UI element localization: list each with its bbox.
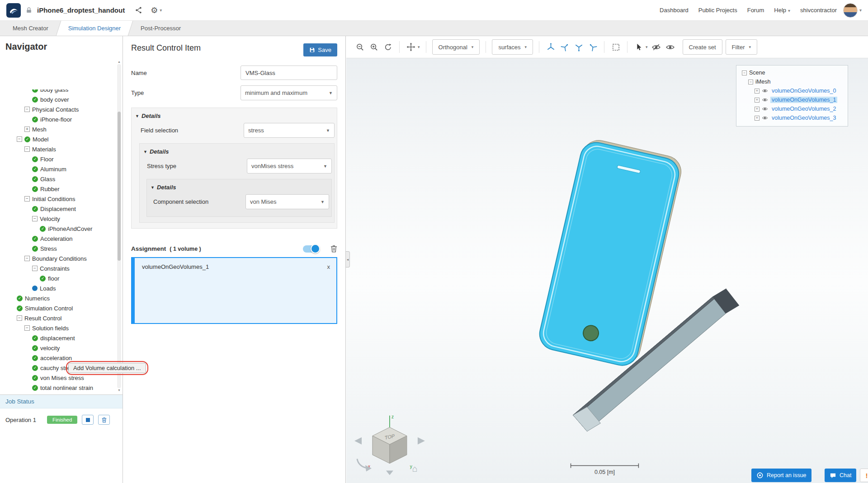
simscale-logo-icon[interactable]	[6, 3, 21, 18]
expander-minus-icon[interactable]: −	[24, 146, 30, 152]
navigator-item-numerics[interactable]: ✓Numerics	[0, 293, 115, 303]
navigator-item-result-control[interactable]: −Result Control	[0, 313, 115, 323]
navigator-item-aluminum[interactable]: ✓Aluminum	[0, 164, 115, 174]
visibility-eye-icon[interactable]	[762, 115, 768, 121]
navigator-item-body-glass[interactable]: ✓body glass	[0, 89, 115, 94]
expander-minus-icon[interactable]: −	[24, 107, 30, 112]
delete-assignment-button[interactable]	[330, 245, 337, 253]
projection-mode-dropdown[interactable]: Orthogonal ▾	[432, 39, 480, 55]
navigator-item-floor[interactable]: ✓floor	[0, 273, 115, 283]
scene-tree-root[interactable]: − Scene	[738, 68, 846, 77]
nav-forum-link[interactable]: Forum	[747, 7, 764, 14]
navigator-item-materials[interactable]: −Materials	[0, 144, 115, 154]
pan-move-tool-icon[interactable]	[406, 42, 416, 52]
navigator-item-total-nonlinear-strain[interactable]: ✓total nonlinear strain	[0, 383, 115, 393]
scrollbar-thumb[interactable]	[118, 112, 121, 261]
view-preset-3-icon[interactable]	[573, 42, 584, 52]
tab-post-processor[interactable]: Post-Processor	[131, 21, 191, 36]
scene-volume-volumeOnGeoVolumes_2[interactable]: +volumeOnGeoVolumes_2	[738, 104, 846, 113]
settings-gear-icon[interactable]: ⚙ ▾	[151, 6, 162, 14]
caret-down-icon[interactable]: ▾	[418, 45, 420, 49]
navigator-item-iphoneandcover[interactable]: ✓iPhoneAndCover	[0, 224, 115, 234]
navigator-item-velocity[interactable]: ✓velocity	[0, 343, 115, 353]
name-input[interactable]	[241, 66, 337, 80]
share-icon[interactable]	[135, 6, 142, 14]
report-issue-button[interactable]: Report an issue	[751, 469, 811, 482]
navigator-item-glass[interactable]: ✓Glass	[0, 174, 115, 184]
navigator-item-velocity[interactable]: −Velocity	[0, 214, 115, 224]
expander-plus-icon[interactable]: +	[755, 98, 760, 103]
navigator-item-boundary-conditions[interactable]: −Boundary Conditions	[0, 253, 115, 263]
scene-volume-label[interactable]: volumeOnGeoVolumes_0	[770, 88, 837, 94]
navigator-item-solution-fields[interactable]: −Solution fields	[0, 323, 115, 333]
delete-operation-button[interactable]	[98, 415, 110, 425]
expander-minus-icon[interactable]: −	[24, 256, 30, 261]
viewport-3d[interactable]: TOP z x y ⌂ 0.05 [m]	[346, 36, 868, 483]
assignment-selection-box[interactable]: volumeOnGeoVolumes_1 x	[131, 257, 337, 324]
show-all-eye-icon[interactable]	[665, 42, 676, 52]
save-button[interactable]: Save	[303, 43, 337, 56]
details-header[interactable]: ▼ Details	[140, 146, 333, 158]
zoom-in-icon[interactable]	[368, 42, 379, 52]
scene-tree-mesh[interactable]: − iMesh	[738, 77, 846, 86]
stress-type-select[interactable]: vonMises stress ▼	[247, 159, 332, 174]
navigator-item-simulation-control[interactable]: ✓Simulation Control	[0, 303, 115, 313]
view-preset-1-icon[interactable]	[545, 42, 556, 52]
expander-minus-icon[interactable]: −	[24, 325, 30, 331]
box-select-icon[interactable]	[610, 42, 621, 52]
expander-minus-icon[interactable]: −	[748, 80, 753, 84]
scene-volume-label[interactable]: volumeOnGeoVolumes_1	[770, 97, 837, 103]
scene-volume-volumeOnGeoVolumes_0[interactable]: +volumeOnGeoVolumes_0	[738, 86, 846, 95]
refresh-view-icon[interactable]	[382, 42, 393, 52]
component-selection-select[interactable]: von Mises ▼	[245, 194, 329, 209]
caret-down-icon[interactable]: ▾	[646, 45, 648, 49]
scene-volume-label[interactable]: volumeOnGeoVolumes_2	[770, 106, 837, 112]
user-avatar[interactable]	[843, 3, 858, 18]
navigator-item-stress[interactable]: ✓Stress	[0, 244, 115, 253]
navigator-item-initial-conditions[interactable]: −Initial Conditions	[0, 194, 115, 204]
navigator-scrollbar[interactable]: ▲ ▼	[117, 60, 122, 393]
visibility-eye-icon[interactable]	[762, 106, 768, 112]
filter-dropdown[interactable]: Filter ▾	[726, 39, 757, 55]
caret-down-icon[interactable]: ▾	[859, 8, 862, 13]
navigator-item-body-cover[interactable]: ✓body cover	[0, 94, 115, 104]
view-preset-4-icon[interactable]	[587, 42, 598, 52]
tab-simulation-designer[interactable]: Simulation Designer	[58, 21, 131, 36]
remove-assignment-button[interactable]: x	[327, 263, 330, 270]
expander-minus-icon[interactable]: −	[32, 266, 38, 271]
chat-button[interactable]: Chat	[825, 469, 856, 482]
create-set-button[interactable]: Create set	[683, 39, 722, 55]
expander-plus-icon[interactable]: +	[755, 116, 760, 121]
panel-collapse-handle[interactable]: ◂	[346, 251, 350, 267]
assignment-item[interactable]: volumeOnGeoVolumes_1 x	[135, 258, 336, 270]
tab-mesh-creator[interactable]: Mesh Creator	[3, 21, 58, 36]
nav-help-menu[interactable]: Help▾	[774, 7, 790, 14]
username-label[interactable]: shivcontractor	[800, 7, 837, 14]
scroll-down-icon[interactable]: ▼	[118, 388, 121, 393]
alert-widget[interactable]: !	[860, 469, 868, 482]
navigator-item-model[interactable]: −✓Model	[0, 134, 115, 144]
scene-volume-volumeOnGeoVolumes_1[interactable]: +volumeOnGeoVolumes_1	[738, 95, 846, 104]
navigator-item-floor[interactable]: ✓Floor	[0, 154, 115, 164]
scroll-up-icon[interactable]: ▲	[118, 60, 121, 64]
details-header[interactable]: ▼ Details	[147, 182, 330, 193]
navigator-item-physical-contacts[interactable]: −Physical Contacts	[0, 104, 115, 114]
expander-minus-icon[interactable]: −	[32, 216, 38, 221]
navigator-item-loads[interactable]: Loads	[0, 283, 115, 293]
navigator-item-rubber[interactable]: ✓Rubber	[0, 184, 115, 194]
expander-minus-icon[interactable]: −	[24, 196, 30, 202]
navigator-item-displacement[interactable]: ✓displacement	[0, 333, 115, 343]
type-select[interactable]: minimum and maximum ▼	[241, 85, 337, 100]
field-selection-select[interactable]: stress ▼	[244, 123, 335, 138]
cursor-select-tool-icon[interactable]	[633, 42, 644, 52]
visibility-eye-icon[interactable]	[762, 97, 768, 103]
nav-public-projects-link[interactable]: Public Projects	[698, 7, 737, 14]
expander-plus-icon[interactable]: +	[24, 127, 30, 132]
nav-dashboard-link[interactable]: Dashboard	[660, 7, 689, 14]
navigator-item-acceleration[interactable]: ✓Acceleration	[0, 234, 115, 244]
render-mode-dropdown[interactable]: surfaces ▾	[492, 39, 533, 55]
expander-minus-icon[interactable]: −	[17, 315, 22, 321]
stop-operation-button[interactable]	[82, 415, 94, 425]
navigator-item-iphone-floor[interactable]: ✓iPhone-floor	[0, 114, 115, 124]
assignment-toggle[interactable]	[303, 245, 320, 253]
